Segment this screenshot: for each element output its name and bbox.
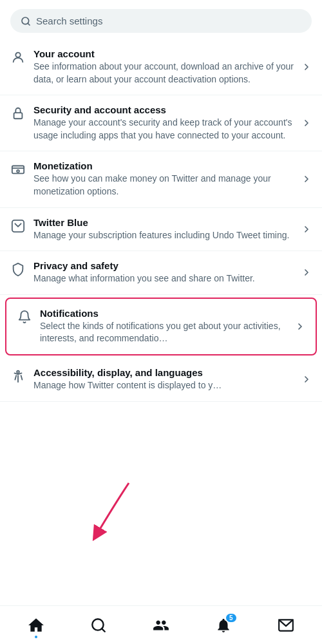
search-placeholder: Search settings: [36, 15, 102, 26]
item-title-twitter-blue: Twitter Blue: [33, 217, 294, 228]
item-desc-twitter-blue: Manage your subscription features includ…: [33, 229, 294, 242]
item-title-security: Security and account access: [33, 104, 294, 115]
item-icon-notifications: [17, 309, 32, 325]
svg-rect-3: [14, 113, 23, 118]
search-bar[interactable]: Search settings: [10, 9, 312, 33]
nav-search[interactable]: [83, 610, 114, 641]
nav-messages[interactable]: [270, 610, 301, 641]
settings-item-accessibility[interactable]: Accessibility, display, and languages Ma…: [0, 358, 322, 402]
item-content-accessibility: Accessibility, display, and languages Ma…: [33, 367, 294, 392]
svg-line-1: [28, 23, 30, 25]
chevron-icon-security: [301, 118, 312, 128]
search-icon: [21, 16, 31, 26]
item-content-twitter-blue: Twitter Blue Manage your subscription fe…: [33, 217, 294, 242]
item-content-notifications: Notifications Select the kinds of notifi…: [40, 308, 287, 345]
item-desc-privacy: Manage what information you see and shar…: [33, 272, 294, 285]
nav-home[interactable]: [21, 610, 52, 641]
svg-point-2: [15, 53, 20, 57]
nav-connect[interactable]: [146, 610, 176, 641]
settings-item-security[interactable]: Security and account access Manage your …: [0, 95, 322, 151]
chevron-icon-monetization: [301, 174, 312, 184]
svg-point-5: [17, 170, 19, 173]
chevron-icon-accessibility: [301, 374, 312, 384]
settings-item-notifications[interactable]: Notifications Select the kinds of notifi…: [5, 298, 317, 355]
settings-item-your-account[interactable]: Your account See information about your …: [0, 39, 322, 95]
item-title-your-account: Your account: [33, 48, 294, 59]
chevron-icon-privacy: [301, 267, 312, 278]
item-desc-security: Manage your account's security and keep …: [33, 117, 294, 142]
nav-notifications[interactable]: 5: [208, 610, 239, 641]
item-desc-your-account: See information about your account, down…: [33, 61, 294, 86]
chevron-icon-notifications: [295, 321, 305, 332]
item-icon-security: [10, 106, 26, 121]
settings-item-twitter-blue[interactable]: Twitter Blue Manage your subscription fe…: [0, 208, 322, 252]
bottom-nav: 5: [0, 605, 322, 644]
chevron-icon-your-account: [301, 62, 312, 72]
item-title-accessibility: Accessibility, display, and languages: [33, 367, 294, 378]
mail-icon: [278, 617, 294, 634]
item-content-your-account: Your account See information about your …: [33, 48, 294, 86]
chevron-icon-twitter-blue: [301, 224, 312, 234]
svg-point-7: [17, 371, 19, 374]
settings-list: Your account See information about your …: [0, 39, 322, 402]
item-icon-privacy: [10, 261, 26, 277]
notification-badge: 5: [226, 614, 236, 622]
item-title-notifications: Notifications: [40, 308, 287, 319]
item-desc-notifications: Select the kinds of notifications you ge…: [40, 320, 287, 345]
item-icon-monetization: [10, 162, 26, 177]
item-content-privacy: Privacy and safety Manage what informati…: [33, 260, 294, 285]
item-icon-your-account: [10, 50, 26, 65]
item-content-security: Security and account access Manage your …: [33, 104, 294, 142]
people-icon: [153, 617, 169, 634]
settings-item-privacy[interactable]: Privacy and safety Manage what informati…: [0, 251, 322, 295]
item-icon-accessibility: [10, 368, 26, 384]
home-active-dot: [35, 636, 37, 638]
item-content-monetization: Monetization See how you can make money …: [33, 160, 294, 198]
item-title-privacy: Privacy and safety: [33, 260, 294, 271]
item-icon-twitter-blue: [10, 218, 26, 234]
item-desc-accessibility: Manage how Twitter content is displayed …: [33, 379, 294, 392]
settings-item-monetization[interactable]: Monetization See how you can make money …: [0, 151, 322, 207]
home-icon: [28, 617, 44, 634]
search-nav-icon: [90, 617, 107, 634]
search-bar-container: Search settings: [0, 0, 322, 39]
item-title-monetization: Monetization: [33, 160, 294, 171]
svg-line-9: [102, 629, 105, 632]
item-desc-monetization: See how you can make money on Twitter an…: [33, 173, 294, 198]
